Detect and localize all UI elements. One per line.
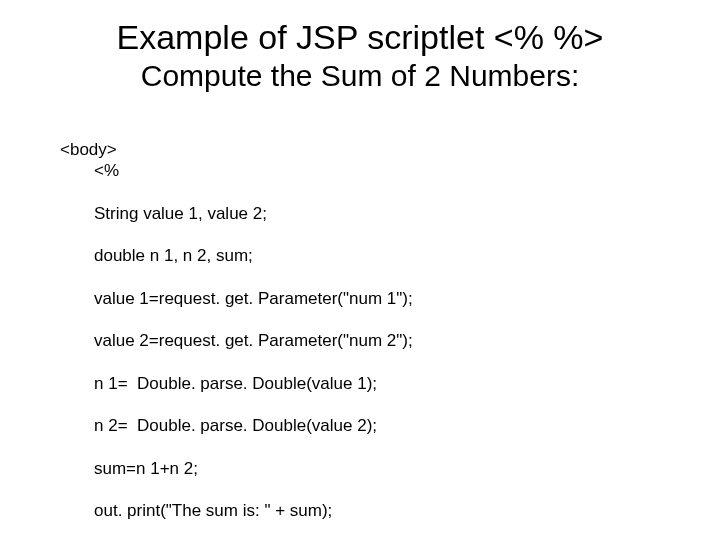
code-line: n 1= Double. parse. Double(value 1); <box>60 373 660 394</box>
code-line: <% <box>60 160 660 181</box>
slide-subtitle: Compute the Sum of 2 Numbers: <box>60 59 660 94</box>
code-line: String value 1, value 2; <box>60 203 660 224</box>
slide-title: Example of JSP scriptlet <% %> <box>60 18 660 57</box>
code-block: <body> <% String value 1, value 2; doubl… <box>60 118 660 540</box>
code-line: sum=n 1+n 2; <box>60 458 660 479</box>
code-line: out. print("The sum is: " + sum); <box>60 500 660 521</box>
code-line: value 1=request. get. Parameter("num 1")… <box>60 288 660 309</box>
code-line: <body> <box>60 140 117 159</box>
code-line: double n 1, n 2, sum; <box>60 245 660 266</box>
code-line: value 2=request. get. Parameter("num 2")… <box>60 330 660 351</box>
code-line: n 2= Double. parse. Double(value 2); <box>60 415 660 436</box>
slide: Example of JSP scriptlet <% %> Compute t… <box>0 0 720 540</box>
